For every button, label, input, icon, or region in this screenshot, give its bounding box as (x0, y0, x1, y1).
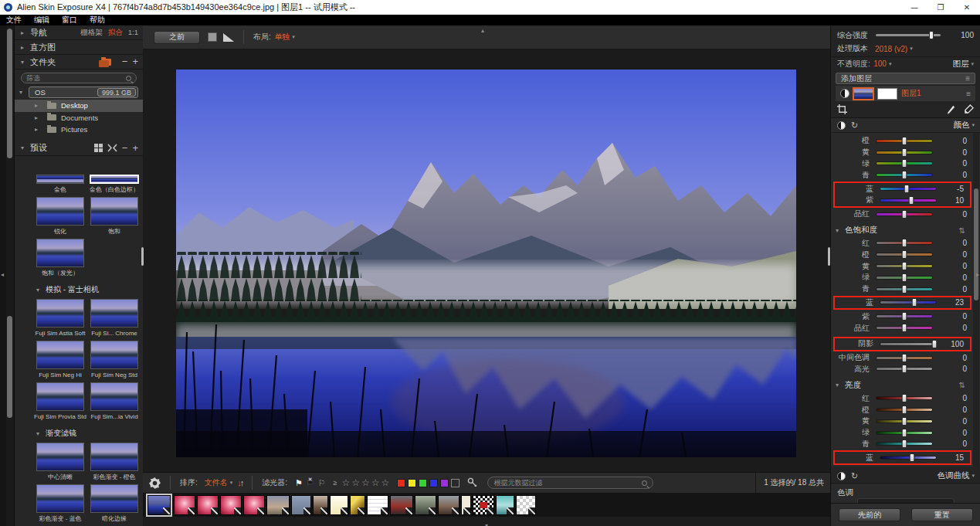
thumbnail-light[interactable] (330, 495, 348, 515)
layout-value[interactable]: 单独 (274, 32, 290, 42)
folder-item-pictures[interactable]: ▸Pictures (15, 124, 143, 136)
preset-thumbnail[interactable] (36, 484, 84, 513)
preset-thumbnail[interactable] (36, 382, 84, 411)
thumbnail-truck[interactable] (390, 495, 413, 515)
intensity-slider[interactable] (876, 34, 941, 36)
slider-track[interactable] (876, 264, 933, 268)
thumbnail-lake[interactable] (148, 495, 171, 515)
slider-track[interactable] (876, 161, 933, 165)
filmstrip-item-6[interactable] (291, 495, 311, 515)
background-color-swatch[interactable] (208, 32, 217, 42)
thumbnail-yellow[interactable] (350, 495, 365, 515)
opacity-value[interactable]: 100 (873, 59, 887, 68)
add-bookmark-folder-icon[interactable] (101, 59, 111, 66)
color-panel-title[interactable]: 颜色 (953, 120, 969, 131)
folder-item-desktop[interactable]: ▸Desktop (15, 100, 143, 112)
nav-panel-header[interactable]: ▸ 导航 棚格架 拟合 1:1 (15, 25, 143, 40)
slider-thumb[interactable] (902, 285, 907, 294)
slider-track[interactable] (876, 151, 933, 154)
split-preview-icon[interactable] (223, 33, 234, 42)
menu-item-0[interactable]: 文件 (0, 15, 28, 25)
filmstrip-item-12[interactable] (415, 495, 436, 515)
preset-item[interactable]: 饱和 (88, 197, 141, 235)
preset-item[interactable]: 彩色渐变 - 橙色 (88, 443, 141, 480)
filmstrip-item-0[interactable] (146, 494, 172, 517)
panel-reset-icon[interactable]: ↻ (851, 471, 858, 481)
thumbnail-cake[interactable] (197, 495, 219, 515)
add-layer-button[interactable]: 添加图层 ≡ (836, 73, 975, 84)
adjustments-scrollbar[interactable] (973, 133, 979, 467)
collapse-left-arrow-icon[interactable]: ◂ (1, 271, 4, 278)
slider-thumb[interactable] (902, 439, 907, 448)
preset-thumbnail[interactable] (90, 341, 138, 369)
filmstrip-item-14[interactable] (461, 495, 471, 515)
slider-track[interactable] (876, 287, 933, 291)
slider-track[interactable] (876, 212, 933, 216)
color-chip-0[interactable] (397, 479, 405, 487)
preset-thumbnail[interactable] (36, 175, 84, 184)
slider-track[interactable] (876, 326, 933, 330)
slider-track[interactable] (876, 419, 933, 423)
slider-thumb[interactable] (902, 365, 907, 373)
before-button[interactable]: 之前 (154, 31, 200, 44)
layer-name[interactable]: 图层1 (901, 88, 921, 99)
slider-thumb[interactable] (904, 185, 910, 193)
preset-item[interactable]: 饱和（发光） (34, 239, 86, 277)
thumbnail-sky2[interactable] (291, 495, 311, 515)
folders-scroll-thumb[interactable] (7, 29, 12, 158)
panel-preview-toggle-icon[interactable] (837, 121, 846, 130)
preset-item[interactable]: 中心清晰 (34, 443, 86, 480)
preset-item[interactable]: 锐化 (34, 197, 86, 235)
layer-row[interactable]: 图层1 ≡ (836, 86, 975, 101)
color-chip-3[interactable] (429, 479, 438, 487)
filmstrip-item-7[interactable] (313, 495, 328, 515)
slider-thumb[interactable] (902, 239, 907, 247)
view-mode-grid[interactable]: 棚格架 (80, 28, 103, 38)
previous-button[interactable]: 先前的 (839, 508, 900, 521)
thumbnail-cake[interactable] (174, 495, 195, 515)
thumbnail-sky[interactable] (266, 495, 290, 515)
star-rating-filter[interactable]: ☆☆☆☆☆ (342, 477, 390, 488)
adjustments-scroll-thumb[interactable] (974, 188, 978, 300)
preset-thumbnail[interactable] (90, 382, 138, 411)
color-chip-4[interactable] (440, 479, 449, 487)
collapse-right-arrow-icon[interactable]: ▸ (976, 271, 979, 278)
saturation-section-header[interactable]: ▾ 色饱和度 ⇅ (831, 223, 972, 238)
slider-thumb[interactable] (902, 324, 907, 332)
left-panel-drag-handle[interactable] (141, 247, 144, 266)
slider-track[interactable] (880, 342, 937, 346)
slider-track[interactable] (876, 139, 933, 143)
left-scrollbar[interactable] (6, 25, 14, 526)
slider-thumb[interactable] (902, 262, 907, 270)
collapse-top-arrow-icon[interactable]: ▴ (481, 27, 484, 34)
filmstrip-item-8[interactable] (330, 495, 348, 515)
slider-thumb[interactable] (902, 429, 907, 437)
preset-thumbnail[interactable] (36, 239, 84, 267)
panel-preview-toggle-icon[interactable] (837, 472, 846, 480)
slider-thumb[interactable] (902, 394, 907, 402)
gear-icon[interactable] (149, 477, 161, 489)
slider-thumb[interactable] (902, 406, 907, 414)
expand-collapse-icon[interactable]: ⇅ (959, 226, 965, 235)
menu-item-2[interactable]: 窗口 (56, 15, 83, 25)
close-button[interactable]: ✕ (954, 0, 980, 15)
preset-item[interactable]: 金色 (34, 175, 86, 193)
filmstrip-item-1[interactable] (174, 495, 195, 515)
slider-track[interactable] (880, 456, 937, 460)
slider-track[interactable] (876, 408, 933, 412)
thumbnail-qr[interactable] (473, 495, 494, 515)
menu-item-1[interactable]: 编辑 (28, 15, 56, 25)
filmstrip-item-10[interactable] (367, 495, 388, 515)
expand-collapse-icon[interactable]: ⇅ (959, 381, 965, 389)
star-icon[interactable]: ☆ (351, 477, 360, 488)
preset-thumbnail[interactable] (90, 484, 138, 513)
color-chip-2[interactable] (419, 479, 427, 487)
histogram-panel-header[interactable]: ▸ 直方图 (15, 40, 143, 55)
folder-filter-input[interactable]: 筛选 (21, 73, 137, 83)
menu-item-3[interactable]: 帮助 (83, 15, 111, 25)
folder-item-documents[interactable]: ▸Documents (15, 112, 143, 124)
slider-thumb[interactable] (902, 273, 907, 282)
preset-thumbnail[interactable] (36, 341, 84, 369)
slider-thumb[interactable] (902, 250, 907, 259)
flag-reject-icon[interactable]: ⚑✕ (307, 478, 314, 488)
